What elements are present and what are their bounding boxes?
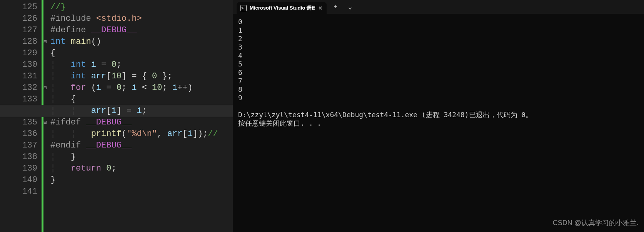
fold-spacer — [43, 71, 50, 82]
fold-spacer — [43, 2, 50, 13]
fold-toggle-icon[interactable]: ⊟ — [43, 36, 50, 48]
code-line[interactable]: ¦ ¦ arr[i] = i; — [0, 105, 233, 117]
code-content[interactable]: //}#include <stdio.h>#define __DEBUG__in… — [50, 0, 233, 232]
cmd-icon: >_ — [240, 5, 247, 11]
code-line[interactable]: ¦ } — [50, 151, 233, 163]
line-number: 136 — [0, 128, 37, 140]
code-line[interactable]: { — [50, 48, 233, 59]
line-number: 141 — [0, 186, 37, 197]
line-number: 135 — [0, 117, 37, 128]
fold-spacer — [43, 151, 50, 163]
code-editor[interactable]: 1251261271281291301311321331341351361371… — [0, 0, 233, 232]
fold-spacer — [43, 186, 50, 197]
code-line[interactable]: //} — [50, 2, 233, 13]
code-line[interactable]: ¦ ¦ printf("%d\n", arr[i]);// — [50, 128, 233, 140]
tab-dropdown-button[interactable]: ⌄ — [344, 1, 356, 13]
code-line[interactable]: ¦ int arr[10] = { 0 }; — [50, 71, 233, 82]
code-line[interactable]: int main() — [50, 36, 233, 48]
fold-toggle-icon[interactable]: ⊟ — [43, 117, 50, 128]
fold-spacer — [43, 94, 50, 105]
new-tab-button[interactable]: + — [330, 1, 341, 13]
watermark-text: CSDN @认真学习的小雅兰. — [553, 218, 639, 227]
line-number: 133 — [0, 94, 37, 105]
fold-spacer — [43, 59, 50, 71]
code-line[interactable]: ¦ { — [50, 94, 233, 105]
line-number: 125 — [0, 2, 37, 13]
code-line[interactable]: ¦ return 0; — [50, 163, 233, 174]
code-line[interactable] — [50, 186, 233, 197]
line-number: 126 — [0, 13, 37, 25]
fold-toggle-icon[interactable]: ⊟ — [43, 82, 50, 94]
terminal-output[interactable]: 0 1 2 3 4 5 6 7 8 9 D:\zzyl\zyl\test4-11… — [233, 14, 644, 131]
line-number: 132 — [0, 82, 37, 94]
line-number: 137 — [0, 140, 37, 151]
fold-spacer — [43, 48, 50, 59]
terminal-tab-bar: >_ Microsoft Visual Studio 调试 ✕ + ⌄ — [233, 0, 644, 14]
fold-spacer — [43, 13, 50, 25]
fold-spacer — [43, 163, 50, 174]
code-line[interactable]: #endif __DEBUG__ — [50, 140, 233, 151]
line-number: 138 — [0, 151, 37, 163]
code-line[interactable]: ¦ for (i = 0; i < 10; i++) — [50, 82, 233, 94]
line-number: 128 — [0, 36, 37, 48]
code-line[interactable]: #ifdef __DEBUG__ — [50, 117, 233, 128]
line-number: 130 — [0, 59, 37, 71]
fold-spacer — [43, 140, 50, 151]
code-line[interactable]: #include <stdio.h> — [50, 13, 233, 25]
fold-spacer — [43, 128, 50, 140]
terminal-tab-title: Microsoft Visual Studio 调试 — [250, 5, 315, 12]
line-number: 131 — [0, 71, 37, 82]
terminal-panel: >_ Microsoft Visual Studio 调试 ✕ + ⌄ 0 1 … — [233, 0, 644, 232]
code-line[interactable]: #define __DEBUG__ — [50, 25, 233, 36]
line-number: 127 — [0, 25, 37, 36]
line-number: 129 — [0, 48, 37, 59]
line-number: 139 — [0, 163, 37, 174]
code-line[interactable]: } — [50, 174, 233, 186]
fold-spacer — [43, 174, 50, 186]
code-line[interactable]: ¦ int i = 0; — [50, 59, 233, 71]
terminal-tab-active[interactable]: >_ Microsoft Visual Studio 调试 ✕ — [237, 2, 327, 14]
line-number: 140 — [0, 174, 37, 186]
close-tab-icon[interactable]: ✕ — [318, 5, 323, 11]
fold-spacer — [43, 25, 50, 36]
